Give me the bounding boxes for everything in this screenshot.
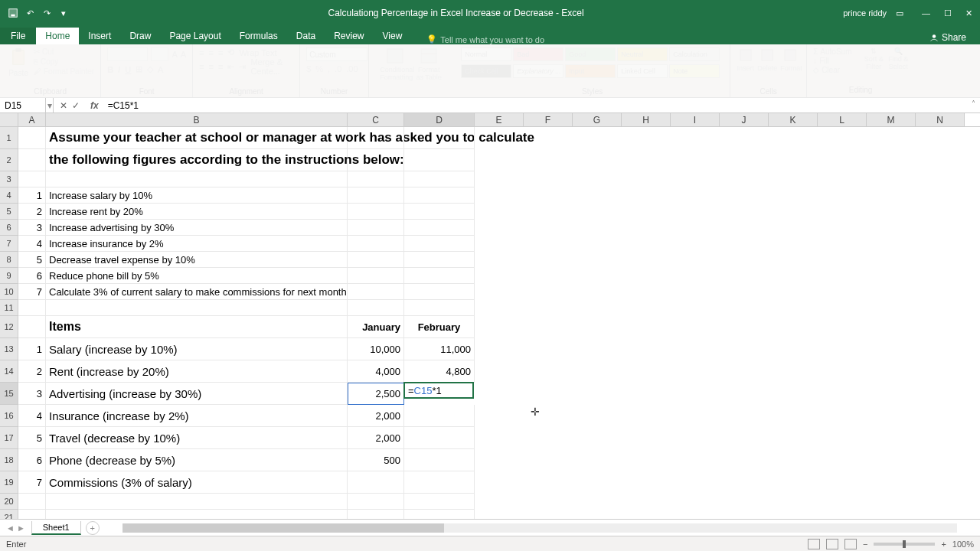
cell[interactable] — [348, 127, 404, 149]
cell[interactable]: 6 — [18, 449, 46, 471]
enter-formula-icon[interactable]: ✓ — [72, 100, 80, 111]
cell[interactable]: Increase advertising by 30% — [46, 220, 348, 236]
minimize-icon[interactable]: — — [922, 8, 930, 18]
row-header[interactable]: 9 — [0, 268, 18, 284]
zoom-in-icon[interactable]: + — [941, 540, 946, 549]
cell[interactable] — [348, 494, 404, 510]
cell[interactable] — [348, 284, 404, 300]
cell[interactable]: 500 — [348, 449, 404, 471]
fill-color-icon[interactable]: ◇ — [147, 64, 153, 74]
cell[interactable] — [46, 171, 348, 187]
cell[interactable] — [18, 510, 46, 519]
cell[interactable] — [404, 300, 475, 316]
cell[interactable] — [18, 494, 46, 510]
row-header[interactable]: 13 — [0, 338, 18, 360]
autosum-button[interactable]: ΣAutoSum — [813, 47, 851, 56]
style-good[interactable]: Good — [565, 47, 616, 61]
row-header[interactable]: 4 — [0, 187, 18, 204]
col-header-L[interactable]: L — [818, 113, 867, 126]
currency-icon[interactable]: $ — [306, 64, 311, 73]
cell[interactable] — [404, 127, 475, 149]
cell[interactable] — [404, 204, 475, 220]
col-header-J[interactable]: J — [720, 113, 769, 126]
redo-icon[interactable]: ↷ — [41, 8, 52, 18]
border-icon[interactable]: ⊞ — [136, 64, 142, 74]
row-header[interactable]: 12 — [0, 316, 18, 338]
row-header[interactable]: 20 — [0, 494, 18, 510]
style-explanatory[interactable]: Explanatory ... — [513, 64, 564, 78]
col-header-N[interactable]: N — [916, 113, 965, 126]
tab-page-layout[interactable]: Page Layout — [160, 28, 230, 44]
style-note[interactable]: Note — [669, 64, 720, 78]
inc-decimal-icon[interactable]: .0 — [335, 64, 341, 73]
row-header[interactable]: 3 — [0, 171, 18, 187]
cell[interactable]: January — [348, 316, 404, 338]
cell[interactable]: Insurance (increase by 2%) — [46, 405, 348, 427]
style-check-cell[interactable]: Check Cell — [461, 64, 511, 78]
cell[interactable]: 4 — [18, 236, 46, 252]
cell[interactable]: 11,000 — [404, 338, 475, 360]
style-neutral[interactable]: Neutral — [617, 47, 668, 61]
style-linked-cell[interactable]: Linked Cell — [617, 64, 668, 78]
tab-view[interactable]: View — [374, 28, 412, 44]
cell[interactable]: 4 — [18, 405, 46, 427]
formula-input[interactable]: =C15*1 — [103, 100, 980, 111]
row-header[interactable]: 2 — [0, 149, 18, 171]
row-header[interactable]: 7 — [0, 236, 18, 252]
tab-home[interactable]: Home — [36, 28, 79, 44]
row-header[interactable]: 21 — [0, 510, 18, 519]
cell[interactable] — [18, 171, 46, 187]
paste-button[interactable]: Paste — [6, 47, 31, 77]
italic-button[interactable]: I — [118, 65, 120, 74]
copy-button[interactable]: ⎘Copy — [34, 57, 94, 66]
cell[interactable] — [348, 171, 404, 187]
cell[interactable]: 4,000 — [348, 360, 404, 383]
row-header[interactable]: 6 — [0, 220, 18, 236]
style-calculation[interactable]: Calculation — [669, 47, 720, 61]
tab-draw[interactable]: Draw — [120, 28, 160, 44]
tab-formulas[interactable]: Formulas — [230, 28, 287, 44]
font-family-input[interactable] — [107, 47, 148, 61]
delete-cells-button[interactable]: Delete — [757, 47, 777, 72]
sheet-next-icon[interactable]: ► — [17, 523, 25, 533]
page-break-view-icon[interactable] — [844, 539, 857, 549]
cell[interactable] — [404, 171, 475, 187]
zoom-slider[interactable] — [874, 543, 935, 546]
zoom-out-icon[interactable]: − — [863, 540, 867, 549]
col-header-I[interactable]: I — [671, 113, 720, 126]
cell[interactable] — [404, 149, 475, 171]
col-header-F[interactable]: F — [524, 113, 573, 126]
tab-file[interactable]: File — [0, 28, 36, 44]
cell[interactable] — [348, 510, 404, 519]
cell[interactable] — [404, 510, 475, 519]
bold-button[interactable]: B — [107, 65, 113, 74]
grow-font-icon[interactable]: A — [172, 50, 177, 59]
horizontal-scrollbar[interactable] — [122, 523, 957, 533]
align-bot-icon[interactable]: ≡ — [218, 48, 223, 57]
col-header-D[interactable]: D — [404, 113, 475, 126]
select-all-corner[interactable] — [0, 113, 18, 126]
cell[interactable]: 3 — [18, 383, 46, 405]
qat-customize-icon[interactable]: ▾ — [58, 8, 69, 18]
font-color-icon[interactable]: A — [158, 65, 163, 74]
cell[interactable]: 3 — [18, 220, 46, 236]
cell[interactable] — [404, 252, 475, 268]
cell[interactable]: 2 — [18, 204, 46, 220]
cell[interactable] — [348, 187, 404, 204]
col-header-K[interactable]: K — [769, 113, 818, 126]
cell[interactable] — [404, 494, 475, 510]
col-header-H[interactable]: H — [622, 113, 671, 126]
indent-inc-icon[interactable]: ⇥ — [239, 62, 246, 72]
orientation-icon[interactable]: ⟲ — [227, 47, 234, 57]
tab-review[interactable]: Review — [325, 28, 373, 44]
cell[interactable]: Advertising (increase by 30%) — [46, 383, 348, 405]
cell[interactable] — [46, 510, 348, 519]
cell[interactable]: 2,000 — [348, 427, 404, 449]
col-header-G[interactable]: G — [573, 113, 622, 126]
cell[interactable]: 4,800 — [404, 360, 475, 383]
row-header[interactable]: 1 — [0, 127, 18, 149]
name-box-dropdown-icon[interactable]: ▾ — [46, 98, 54, 112]
cell[interactable]: 2,000 — [348, 405, 404, 427]
collapse-ribbon-icon[interactable]: ˄ — [972, 99, 975, 108]
cell[interactable]: Phone (decrease by 5%) — [46, 449, 348, 471]
